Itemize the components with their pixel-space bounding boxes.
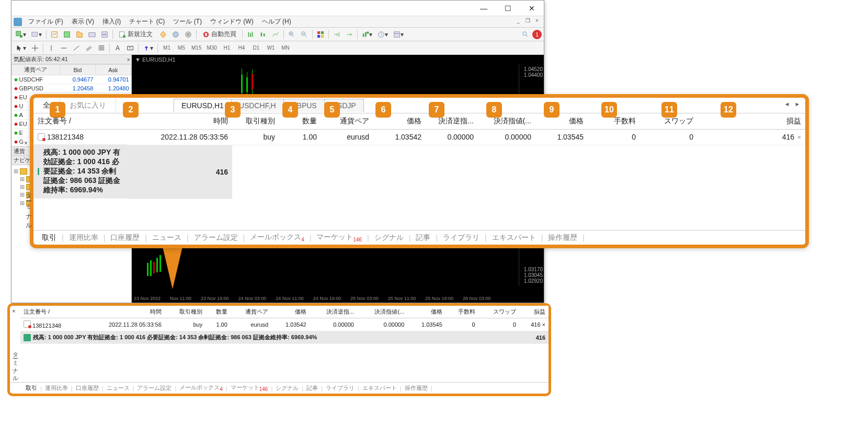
th-swap[interactable]: スワップ bbox=[478, 306, 519, 318]
mw-row[interactable]: ◆GBPUSD1.204581.20480 bbox=[12, 84, 131, 93]
tf-w1[interactable]: W1 bbox=[264, 42, 278, 54]
tab-mailbox[interactable]: メールボックス4 bbox=[176, 383, 226, 393]
th-tp[interactable]: 決済指値(... bbox=[357, 306, 407, 318]
terminal-icon[interactable] bbox=[86, 29, 98, 40]
minimize-button[interactable]: — bbox=[472, 1, 496, 16]
th-symbol[interactable]: 通貨ペア bbox=[231, 306, 271, 318]
new-order-button[interactable]: 新規注文 bbox=[115, 29, 156, 40]
th-profit[interactable]: 損益 bbox=[698, 113, 805, 130]
menu-file[interactable]: ファイル (F) bbox=[24, 16, 67, 27]
data-window-icon[interactable] bbox=[61, 29, 73, 40]
tab-trade[interactable]: 取引 bbox=[22, 383, 40, 393]
tf-h1[interactable]: H1 bbox=[220, 42, 234, 54]
th-profit[interactable]: 損益 bbox=[519, 306, 549, 318]
vline-icon[interactable] bbox=[45, 42, 57, 54]
menu-view[interactable]: 表示 (V) bbox=[67, 16, 98, 27]
market-watch-icon[interactable] bbox=[49, 29, 60, 40]
tf-m1[interactable]: M1 bbox=[160, 42, 174, 54]
fibo-icon[interactable] bbox=[96, 42, 107, 54]
tab-library[interactable]: ライブラリ bbox=[438, 231, 485, 245]
autotrade-button[interactable]: 自動売買 bbox=[199, 29, 240, 40]
tab-library[interactable]: ライブラリ bbox=[323, 383, 358, 393]
th-sl[interactable]: 決済逆指... bbox=[310, 306, 357, 318]
text-label-icon[interactable]: T bbox=[124, 42, 136, 54]
bar-chart-icon[interactable] bbox=[245, 29, 256, 40]
tab-market[interactable]: マーケット146 bbox=[227, 383, 271, 393]
expert-list-icon[interactable] bbox=[170, 29, 181, 40]
profiles-icon[interactable]: ▾ bbox=[29, 29, 44, 40]
options-icon[interactable] bbox=[182, 29, 194, 40]
close-button[interactable]: ✕ bbox=[520, 1, 544, 16]
terminal-close-x[interactable]: × bbox=[24, 140, 28, 147]
trade-row[interactable]: 138121348 2022.11.28 05:33:56 buy 1.00 e… bbox=[33, 130, 805, 145]
tab-history[interactable]: 口座履歴 bbox=[73, 383, 102, 393]
market-watch-close[interactable]: × bbox=[127, 56, 130, 63]
tf-d1[interactable]: D1 bbox=[249, 42, 263, 54]
tab-market[interactable]: マーケット146 bbox=[311, 230, 367, 245]
channel-icon[interactable] bbox=[83, 42, 95, 54]
line-chart-icon[interactable] bbox=[270, 29, 281, 40]
tabs-scroll-right[interactable]: ► bbox=[793, 101, 802, 110]
tf-m5[interactable]: M5 bbox=[175, 42, 188, 54]
th-price1[interactable]: 価格 bbox=[271, 306, 309, 318]
autoscroll-icon[interactable] bbox=[331, 29, 342, 40]
tf-m15[interactable]: M15 bbox=[189, 42, 203, 54]
zoom-in-icon[interactable] bbox=[286, 29, 298, 40]
tab-log[interactable]: 操作履歴 bbox=[402, 383, 431, 393]
tab-alert[interactable]: アラーム設定 bbox=[134, 383, 175, 393]
th-time[interactable]: 時間 bbox=[82, 306, 165, 318]
tile-windows-icon[interactable] bbox=[315, 29, 326, 40]
text-icon[interactable]: A bbox=[112, 42, 123, 54]
chart-tab-eurusd[interactable]: EURUSD,H1 bbox=[174, 99, 232, 112]
new-chart-icon[interactable]: ▾ bbox=[14, 29, 28, 40]
th-order[interactable]: 注文番号 / bbox=[20, 306, 82, 318]
tab-log[interactable]: 操作履歴 bbox=[543, 231, 583, 245]
tf-mn[interactable]: MN bbox=[279, 42, 292, 54]
close-trade-icon[interactable]: × bbox=[794, 134, 801, 141]
tab-signal[interactable]: シグナル bbox=[272, 383, 302, 393]
mw-header-ask[interactable]: Ask bbox=[95, 65, 131, 75]
tab-expert[interactable]: エキスパート bbox=[487, 231, 541, 245]
meta-icon[interactable] bbox=[157, 29, 169, 40]
arrows-icon[interactable]: ▾ bbox=[141, 42, 155, 54]
tabs-scroll-left[interactable]: ◄ bbox=[782, 101, 792, 110]
th-type[interactable]: 取引種別 bbox=[165, 306, 205, 318]
tab-exposure[interactable]: 運用比率 bbox=[64, 231, 104, 245]
tab-article[interactable]: 記事 bbox=[410, 231, 436, 245]
th-commission[interactable]: 手数料 bbox=[446, 306, 478, 318]
tab-mailbox[interactable]: メールボックス4 bbox=[245, 230, 310, 245]
navigator-icon[interactable] bbox=[74, 29, 85, 40]
th-order[interactable]: 注文番号 / bbox=[33, 113, 128, 130]
periodicity-icon[interactable]: ▾ bbox=[375, 29, 390, 40]
mdi-minimize[interactable]: _ bbox=[513, 18, 523, 26]
trendline-icon[interactable] bbox=[71, 42, 82, 54]
mdi-close[interactable]: × bbox=[532, 18, 542, 26]
candle-chart-icon[interactable] bbox=[257, 29, 269, 40]
crosshair-icon[interactable] bbox=[29, 42, 41, 54]
maximize-button[interactable]: ☐ bbox=[496, 1, 520, 16]
cursor-icon[interactable]: ▾ bbox=[14, 42, 28, 54]
tab-expert[interactable]: エキスパート bbox=[359, 383, 400, 393]
mw-row[interactable]: ◆USDCHF0.946770.94701 bbox=[12, 75, 131, 84]
tab-news[interactable]: ニュース bbox=[147, 231, 187, 245]
tab-exposure[interactable]: 運用比率 bbox=[42, 383, 71, 393]
search-icon[interactable] bbox=[520, 29, 531, 40]
menu-tool[interactable]: ツール (T) bbox=[169, 16, 206, 27]
tab-trade[interactable]: 取引 bbox=[37, 231, 62, 245]
tf-m30[interactable]: M30 bbox=[204, 42, 219, 54]
strategy-tester-icon[interactable] bbox=[99, 29, 110, 40]
th-size[interactable]: 数量 bbox=[205, 306, 231, 318]
tab-news[interactable]: ニュース bbox=[104, 383, 133, 393]
th-time[interactable]: 時間 bbox=[128, 113, 232, 130]
tf-h4[interactable]: H4 bbox=[235, 42, 248, 54]
menu-help[interactable]: ヘルプ (H) bbox=[258, 16, 295, 27]
menu-window[interactable]: ウィンドウ (W) bbox=[206, 16, 258, 27]
th-price2[interactable]: 価格 bbox=[535, 113, 588, 130]
terminal-small-close[interactable]: × bbox=[12, 308, 15, 314]
tab-article[interactable]: 記事 bbox=[303, 383, 321, 393]
indicator-add-icon[interactable]: ▾ bbox=[360, 29, 374, 40]
th-price2[interactable]: 価格 bbox=[407, 306, 445, 318]
menu-insert[interactable]: 挿入(I) bbox=[98, 16, 125, 27]
alert-badge[interactable]: 1 bbox=[532, 30, 542, 39]
menu-chart[interactable]: チャート (C) bbox=[125, 16, 169, 27]
